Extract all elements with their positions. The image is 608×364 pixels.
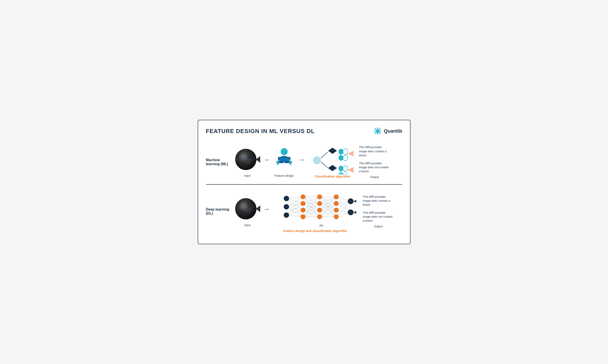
main-title: FEATURE DESIGN IN ML VERSUS DL (206, 128, 315, 135)
ml-feature-block: Feature design (273, 147, 295, 177)
ml-mri-image (235, 147, 260, 172)
dl-arrow-1: → (263, 206, 270, 212)
ml-input-label: Input (244, 174, 251, 177)
svg-marker-43 (256, 206, 260, 212)
dl-input-label: Input (244, 223, 251, 227)
ml-output-text-1: This MRI prostate image does contain a l… (359, 145, 390, 157)
svg-marker-26 (347, 151, 354, 156)
svg-marker-22 (339, 149, 343, 155)
ml-output-block: This MRI prostate image does contain a l… (357, 145, 392, 179)
ml-classification-label: Classification algorithm (315, 175, 350, 178)
dl-output-label: Output (374, 225, 383, 228)
diagram-container: FEATURE DESIGN IN ML VERSUS DL Quantib M… (198, 120, 411, 244)
ml-output-label: Output (370, 175, 379, 179)
ml-classification-block: Classification algorithm (310, 146, 355, 178)
svg-marker-31 (339, 172, 343, 175)
ml-output-item-1: This MRI prostate image does contain a l… (359, 145, 390, 157)
svg-marker-13 (256, 156, 260, 163)
ml-feature-label: Feature design (274, 174, 294, 177)
svg-marker-29 (339, 165, 343, 172)
svg-marker-32 (343, 172, 347, 175)
ml-classification-diagram (310, 146, 355, 175)
dl-combined-label: Feature design and classification algori… (283, 229, 347, 233)
svg-marker-21 (328, 148, 337, 154)
svg-rect-18 (279, 158, 290, 161)
ml-output-item-2: This MRI prostate image does not contain… (359, 161, 390, 174)
svg-point-20 (313, 156, 321, 164)
svg-point-14 (281, 148, 288, 155)
dl-etc-label: Etc. (319, 224, 324, 227)
svg-marker-23 (343, 149, 347, 155)
ml-section-label: Machine learning (ML) (206, 158, 235, 166)
dl-output-text-2: This MRI prostate image does not contain… (363, 211, 394, 223)
svg-marker-25 (343, 155, 347, 161)
svg-point-42 (245, 208, 251, 213)
section-divider (206, 184, 402, 185)
dl-mri-image (235, 196, 260, 222)
dl-output-text-1: This MRI prostate image does contain a l… (363, 195, 394, 207)
ml-arrow-2: → (299, 157, 305, 163)
quantib-logo-icon (373, 127, 382, 135)
dl-input-block: Input (235, 196, 260, 227)
dl-section-label: Deep learning (DL) (206, 208, 235, 215)
ml-output-text-2: This MRI prostate image does not contain… (359, 161, 390, 174)
dl-section: Deep learning (DL) (206, 186, 402, 237)
dl-output-block: This MRI prostate image does contain a l… (361, 195, 396, 228)
logo: Quantib (373, 127, 402, 135)
svg-marker-28 (328, 165, 337, 171)
svg-marker-30 (343, 165, 347, 172)
svg-point-12 (245, 158, 251, 164)
dl-output-item-1: This MRI prostate image does contain a l… (363, 195, 394, 207)
header-row: FEATURE DESIGN IN ML VERSUS DL Quantib (206, 127, 402, 135)
ml-input-block: Input (235, 147, 260, 177)
logo-text: Quantib (384, 128, 402, 134)
svg-line-27 (321, 152, 328, 158)
ml-person-icon (273, 147, 295, 172)
dl-output-item-2: This MRI prostate image does not contain… (363, 211, 394, 223)
ml-arrow-1: → (263, 157, 270, 163)
svg-marker-24 (339, 155, 343, 161)
svg-marker-33 (347, 167, 354, 173)
dl-network-block: Etc. Feature design and classification a… (273, 190, 357, 233)
dl-neural-network (274, 190, 356, 223)
ml-section: Machine learning (ML) (206, 141, 402, 183)
svg-point-19 (284, 162, 285, 163)
svg-line-34 (321, 162, 328, 168)
